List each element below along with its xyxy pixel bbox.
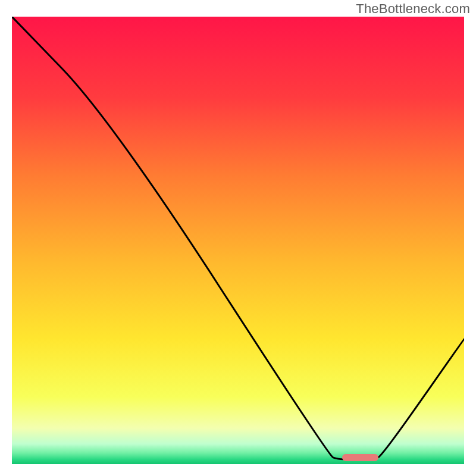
watermark-text: TheBottleneck.com bbox=[356, 1, 470, 17]
performance-curve bbox=[12, 17, 464, 464]
optimal-range-marker bbox=[342, 454, 378, 461]
plot-area bbox=[12, 17, 464, 464]
bottleneck-chart: TheBottleneck.com bbox=[0, 0, 476, 476]
